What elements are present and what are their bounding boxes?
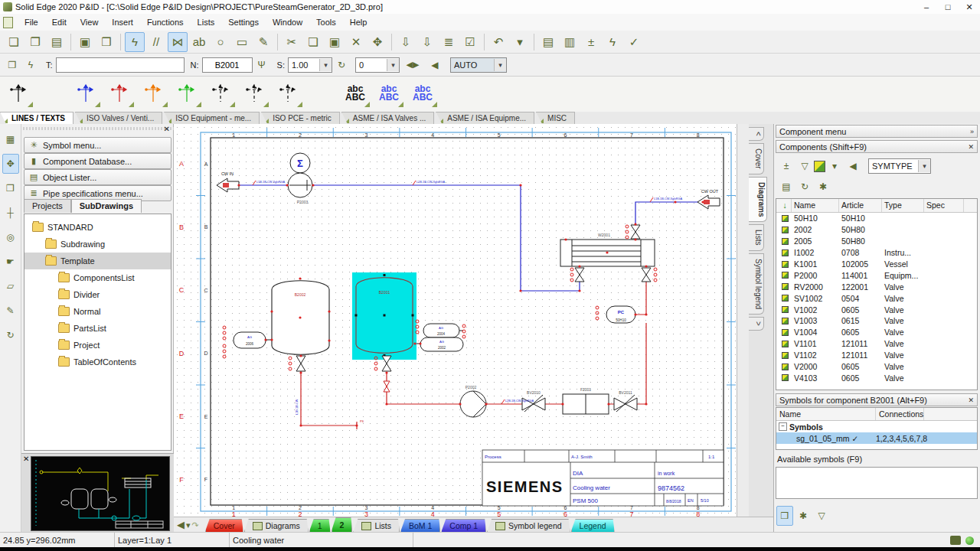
sheet-tab-bom-1[interactable]: BoM 1 bbox=[400, 519, 440, 532]
undo-caret-icon[interactable]: ▾ bbox=[510, 32, 530, 52]
palette-line-slot-6[interactable] bbox=[170, 78, 204, 109]
section-close-icon[interactable]: ✕ bbox=[968, 143, 974, 151]
t-input[interactable] bbox=[56, 57, 185, 73]
edit-page-icon[interactable]: ✎ bbox=[2, 301, 19, 321]
palette-tab-6[interactable]: ASME / ISA Equipme... bbox=[436, 112, 534, 124]
close-button[interactable]: ✕ bbox=[959, 2, 980, 12]
symbol-row-selected[interactable]: sg_01_05_mm ✓ 1,2,3,4,5,6,7,8 bbox=[776, 432, 977, 444]
ellipse-tool-icon[interactable]: ○ bbox=[211, 32, 230, 52]
palette-line-slot-3[interactable] bbox=[69, 78, 103, 109]
palette-line-slot-5[interactable] bbox=[136, 78, 170, 109]
pump-p2002[interactable]: P2002 bbox=[460, 385, 486, 417]
connect-lightning-icon[interactable]: ϟ bbox=[125, 32, 145, 52]
sheet-back-icon[interactable]: ◀ bbox=[177, 519, 185, 530]
palette-tab-5[interactable]: ASME / ISA Valves ... bbox=[341, 112, 434, 124]
cut-icon[interactable]: ✂ bbox=[282, 32, 302, 52]
left-panel-button-1[interactable]: ✳Symbol menu... bbox=[24, 137, 172, 153]
menu-file[interactable]: File bbox=[18, 14, 45, 31]
palette-text-slot-2[interactable]: abcABC bbox=[372, 78, 406, 109]
components-gear-icon[interactable]: ✱ bbox=[815, 177, 831, 197]
left-panel-button-2[interactable]: ▮Component Database... bbox=[24, 153, 172, 169]
component-row[interactable]: 200250H80 bbox=[776, 224, 977, 236]
position-tool-icon[interactable]: ✥ bbox=[2, 154, 19, 174]
save-state-icon[interactable] bbox=[950, 536, 961, 545]
scale-select[interactable]: 1.00▾ bbox=[288, 57, 332, 73]
component-row[interactable]: V1102121011Valve bbox=[776, 350, 977, 361]
tree-item-divider[interactable]: Divider bbox=[24, 286, 171, 303]
palette-line-slot-2[interactable] bbox=[35, 78, 69, 109]
layer-tool-icon[interactable]: ▱ bbox=[2, 276, 19, 296]
text-abc-icon[interactable]: ab bbox=[189, 32, 209, 52]
maximize-button[interactable]: □ bbox=[937, 2, 959, 12]
pump-p2003[interactable]: Σ P2003 bbox=[288, 153, 312, 204]
check-list-icon[interactable]: ☑ bbox=[460, 32, 480, 52]
n-input[interactable] bbox=[202, 57, 253, 73]
component-row[interactable]: V20000605Valve bbox=[776, 361, 977, 373]
mode-select[interactable]: AUTO▾ bbox=[450, 57, 507, 73]
component-row[interactable]: I10020708Instru... bbox=[776, 247, 977, 259]
save-icon[interactable]: ▤ bbox=[47, 32, 67, 52]
menu-edit[interactable]: Edit bbox=[45, 14, 74, 31]
menu-settings[interactable]: Settings bbox=[221, 14, 266, 31]
components-card-icon[interactable]: ▤ bbox=[778, 177, 795, 197]
palette-line-slot-7[interactable] bbox=[204, 78, 237, 109]
tree-item-partslist[interactable]: PartsList bbox=[24, 320, 171, 337]
filter-f2001[interactable]: F2001 bbox=[563, 387, 609, 414]
symbols-group-row[interactable]: − Symbols bbox=[776, 421, 977, 432]
components-refresh-icon[interactable]: ↻ bbox=[796, 177, 813, 197]
page-turn-icon[interactable]: ❐ bbox=[2, 178, 19, 198]
database-lightning-icon[interactable]: ϟ bbox=[603, 32, 622, 52]
symbols-layers-icon[interactable]: ❒ bbox=[776, 506, 793, 526]
menu-help[interactable]: Help bbox=[343, 14, 374, 31]
import-down-2-icon[interactable]: ⇩ bbox=[417, 32, 437, 52]
cw-in-connector[interactable]: CW IN bbox=[217, 171, 239, 192]
tab-subdrawings[interactable]: SubDrawings bbox=[71, 199, 142, 213]
category-tab-diagrams[interactable]: Diagrams bbox=[749, 177, 767, 223]
sort-icon[interactable]: ↓ bbox=[776, 199, 792, 212]
symbols-gear-icon[interactable]: ✱ bbox=[795, 506, 812, 526]
preview-close-icon[interactable]: ✕ bbox=[23, 455, 29, 463]
menu-window[interactable]: Window bbox=[266, 14, 309, 31]
palette-line-slot-9[interactable] bbox=[271, 78, 305, 109]
draw-pencil-icon[interactable]: ✎ bbox=[253, 32, 273, 52]
palette-tab-4[interactable]: ISO PCE - metric bbox=[261, 112, 340, 124]
sheet-tab-2[interactable]: 2 bbox=[332, 517, 353, 532]
preview-thumbnail[interactable] bbox=[31, 456, 170, 531]
component-row[interactable]: 200550H80 bbox=[776, 236, 977, 247]
palette-text-slot-3[interactable]: abcABC bbox=[406, 78, 439, 109]
components-add-remove-icon[interactable]: ± bbox=[778, 156, 795, 176]
valve-symbol-icon[interactable]: ⋈ bbox=[168, 32, 188, 52]
cw-out-connector[interactable]: CW OUT bbox=[697, 189, 720, 209]
new-document-icon[interactable]: ❏ bbox=[4, 32, 24, 52]
component-row[interactable]: V10040605Valve bbox=[776, 327, 977, 338]
lightning-add-icon[interactable]: ϟ bbox=[22, 55, 39, 75]
component-row[interactable]: 50H1050H10 bbox=[776, 213, 977, 224]
report-document-icon[interactable]: ▤ bbox=[538, 32, 558, 52]
undo-icon[interactable]: ↶ bbox=[488, 32, 508, 52]
scroll-up-icon[interactable]: < bbox=[749, 127, 764, 141]
palette-text-slot-1[interactable]: abcABC bbox=[338, 78, 372, 109]
panel-expand-icon[interactable]: » bbox=[970, 128, 974, 135]
component-row[interactable]: SV10020504Valve bbox=[776, 292, 977, 304]
reducer[interactable] bbox=[384, 381, 390, 392]
sheet-tab-cover[interactable]: Cover bbox=[205, 519, 243, 532]
copy-icon[interactable]: ❏ bbox=[303, 32, 323, 52]
select-rectangle-icon[interactable]: ▭ bbox=[232, 32, 252, 52]
menu-lists[interactable]: Lists bbox=[191, 14, 222, 31]
import-down-1-icon[interactable]: ⇩ bbox=[396, 32, 416, 52]
menu-view[interactable]: View bbox=[74, 14, 106, 31]
print-preview-icon[interactable]: ❒ bbox=[96, 32, 116, 52]
components-caret-icon[interactable]: ▾ bbox=[826, 156, 843, 176]
category-tab-symbol-legend[interactable]: Symbol legend bbox=[749, 253, 764, 315]
pan-hand-icon[interactable]: ☛ bbox=[2, 252, 19, 272]
tree-item-template[interactable]: Template bbox=[24, 253, 171, 269]
palette-tab-2[interactable]: ISO Valves / Venti... bbox=[75, 112, 162, 124]
tree-item-standard[interactable]: STANDARD bbox=[24, 219, 171, 236]
refresh-tool-icon[interactable]: ↻ bbox=[2, 325, 19, 345]
pipe-branch-icon[interactable]: ┼ bbox=[2, 203, 19, 223]
minimize-button[interactable]: – bbox=[916, 2, 937, 12]
drawing-area[interactable]: ABCDEF ABCDEF 12345678 12345678 12345678… bbox=[174, 124, 737, 517]
sheet-forward-icon[interactable]: ↷ bbox=[192, 520, 199, 530]
palette-tab-3[interactable]: ISO Equipment - me... bbox=[164, 112, 260, 124]
add-remove-icon[interactable]: ± bbox=[581, 32, 601, 52]
